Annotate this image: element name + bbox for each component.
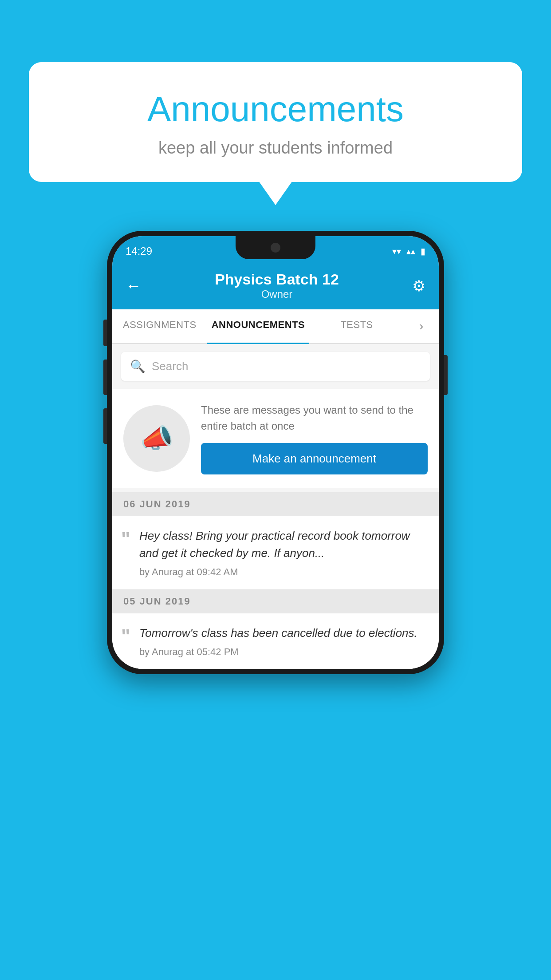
announcement-icon-circle: 📣 [123, 405, 190, 472]
settings-button[interactable]: ⚙ [412, 277, 425, 295]
app-bar: ← Physics Batch 12 Owner ⚙ [112, 263, 439, 309]
power-button [444, 355, 448, 395]
megaphone-icon: 📣 [140, 423, 173, 454]
mute-button [103, 320, 107, 346]
speech-bubble-section: Announcements keep all your students inf… [29, 62, 522, 182]
phone-screen: 14:29 ▾▾ ▴▴ ▮ ← Physics Batch 12 Owner ⚙ [112, 236, 439, 669]
tab-more[interactable]: › [404, 309, 439, 343]
announcement-description: These are messages you want to send to t… [201, 402, 428, 434]
announcement-prompt: 📣 These are messages you want to send to… [112, 389, 439, 488]
volume-down-button [103, 408, 107, 444]
batch-subtitle: Owner [215, 288, 339, 300]
date-separator-1: 06 JUN 2019 [112, 492, 439, 516]
volume-up-button [103, 360, 107, 395]
quote-icon-2: " [121, 627, 130, 646]
announcement-text-2: Tomorrow's class has been cancelled due … [139, 624, 417, 642]
app-bar-center: Physics Batch 12 Owner [215, 271, 339, 300]
announcement-text-1: Hey class! Bring your practical record b… [139, 527, 430, 562]
announcement-item-2: " Tomorrow's class has been cancelled du… [112, 613, 439, 669]
announcement-right: These are messages you want to send to t… [201, 402, 428, 474]
tabs-bar: ASSIGNMENTS ANNOUNCEMENTS TESTS › [112, 309, 439, 344]
announcement-content-1: Hey class! Bring your practical record b… [139, 527, 430, 578]
phone-body: 14:29 ▾▾ ▴▴ ▮ ← Physics Batch 12 Owner ⚙ [107, 231, 444, 674]
quote-icon-1: " [121, 530, 130, 549]
status-time: 14:29 [126, 245, 152, 257]
back-button[interactable]: ← [126, 277, 142, 295]
tab-assignments[interactable]: ASSIGNMENTS [112, 309, 207, 343]
status-icons: ▾▾ ▴▴ ▮ [392, 246, 425, 257]
wifi-icon: ▾▾ [392, 246, 401, 257]
speech-bubble: Announcements keep all your students inf… [29, 62, 522, 182]
announcement-meta-2: by Anurag at 05:42 PM [139, 646, 417, 658]
search-icon: 🔍 [130, 359, 146, 374]
tab-announcements[interactable]: ANNOUNCEMENTS [207, 309, 310, 343]
announcement-content-2: Tomorrow's class has been cancelled due … [139, 624, 417, 658]
make-announcement-button[interactable]: Make an announcement [201, 443, 428, 474]
search-bar[interactable]: 🔍 Search [121, 352, 430, 381]
signal-icon: ▴▴ [406, 246, 415, 257]
app-title: Announcements [64, 89, 487, 130]
phone-mockup: 14:29 ▾▾ ▴▴ ▮ ← Physics Batch 12 Owner ⚙ [107, 231, 444, 674]
tab-tests[interactable]: TESTS [309, 309, 404, 343]
front-camera [271, 243, 280, 253]
app-subtitle: keep all your students informed [64, 138, 487, 158]
search-placeholder: Search [152, 360, 188, 373]
battery-icon: ▮ [421, 246, 425, 257]
date-separator-2: 05 JUN 2019 [112, 589, 439, 613]
batch-title: Physics Batch 12 [215, 271, 339, 288]
phone-notch [236, 236, 315, 259]
announcement-item-1: " Hey class! Bring your practical record… [112, 516, 439, 589]
announcement-meta-1: by Anurag at 09:42 AM [139, 566, 430, 578]
